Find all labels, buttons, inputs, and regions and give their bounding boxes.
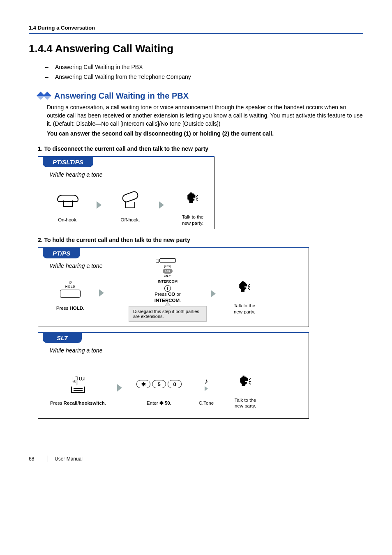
section-title: 1.4.4 Answering Call Waiting [29, 42, 363, 55]
page-footer: 68 User Manual [29, 456, 363, 462]
talk-icon: 🗣 [186, 191, 200, 205]
off-hook-icon [120, 193, 141, 208]
on-hook-icon [57, 195, 78, 207]
step-caption: Press Recall/hookswitch. [50, 400, 106, 406]
intro-bold: You can answer the second call by discon… [47, 129, 363, 138]
key-sequence: ✱ 5 0 [136, 380, 182, 388]
step-caption: On-hook. [58, 217, 77, 223]
running-header: 1.4 During a Conversation [29, 25, 363, 31]
callout-note: Disregard this step if both parties are … [129, 306, 207, 322]
context-text: While hearing a tone [50, 263, 125, 269]
page-number: 68 [29, 456, 41, 462]
key-0: 0 [168, 380, 182, 388]
step-caption: Off-hook. [120, 217, 140, 223]
arrow-icon [211, 290, 216, 297]
step-caption: Talk to thenew party. [182, 214, 203, 226]
talk-icon: 🗣 [238, 374, 252, 388]
header-rule [29, 33, 363, 34]
bullet-text: Answering Call Waiting in the PBX [55, 64, 143, 70]
key-5: 5 [152, 380, 166, 388]
arrow-icon [99, 289, 104, 297]
step2-heading: 2. To hold the current call and then tal… [38, 237, 363, 243]
confirmation-tone-icon: ♪ [205, 377, 208, 391]
step-caption: Press HOLD. [56, 305, 84, 311]
recall-hookswitch-icon: ☟ɯ [71, 375, 85, 393]
bullet-text: Answering Call Waiting from the Telephon… [55, 74, 191, 80]
step-caption: Talk to thenew party. [235, 397, 256, 410]
procedure-box-1: PT/SLT/PS While hearing a tone On-hook. … [38, 156, 214, 229]
procedure-box-2b: SLT While hearing a tone ☟ɯ Press Recall… [38, 332, 309, 419]
hold-button-icon: ↺ HOLD [58, 280, 83, 298]
list-item: –Answering Call Waiting in the PBX [45, 62, 363, 72]
step-caption: C.Tone [199, 400, 214, 406]
step1-heading: 1. To disconnect the current call and th… [38, 145, 363, 152]
arrow-icon [97, 201, 101, 209]
diamond-icon [38, 93, 50, 99]
bullet-list: –Answering Call Waiting in the PBX –Answ… [45, 62, 363, 82]
phone-type-tab: PT/PS [43, 248, 80, 258]
arrow-icon [117, 384, 122, 391]
context-text: While hearing a tone [50, 347, 309, 354]
manual-label: User Manual [55, 456, 83, 462]
intro-paragraph: During a conversation, a call waiting to… [47, 103, 363, 128]
phone-type-tab: SLT [43, 333, 82, 343]
arrow-icon [159, 201, 164, 209]
step-caption: Enter ✱ 50. [147, 400, 171, 406]
co-intercom-icon: (CO) OR INT' INTERCOM [158, 258, 178, 292]
context-text: While hearing a tone [50, 171, 214, 178]
phone-type-tab: PT/SLT/PS [43, 157, 93, 167]
list-item: –Answering Call Waiting from the Telepho… [45, 72, 363, 82]
subsection-title: Answering Call Waiting in the PBX [54, 91, 189, 101]
procedure-box-2a: PT/PS While hearing a tone ↺ HOLD [38, 247, 309, 327]
talk-icon: 🗣 [238, 280, 251, 294]
key-star: ✱ [136, 380, 150, 388]
step-caption: Talk to thenew party. [234, 303, 255, 315]
